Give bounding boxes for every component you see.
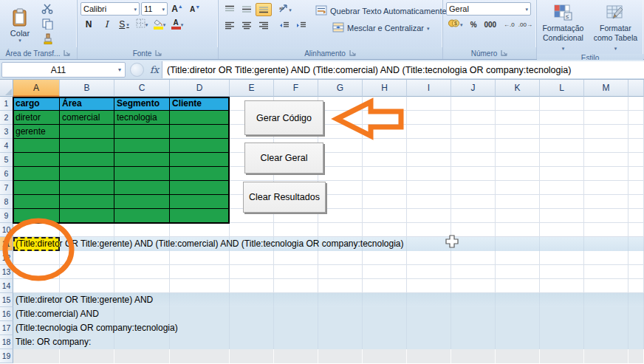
cell-A3[interactable]: gerente: [13, 125, 60, 139]
cell-D12[interactable]: [170, 251, 230, 265]
cell-K19[interactable]: [496, 349, 540, 363]
row-header-11[interactable]: 11: [0, 237, 13, 251]
cell-F15[interactable]: [274, 293, 318, 307]
cut-button[interactable]: [39, 4, 55, 17]
cell-partial-16[interactable]: [628, 307, 644, 321]
paste-button[interactable]: Colar ▾: [3, 2, 37, 47]
cell-G16[interactable]: [318, 307, 363, 321]
cell-J4[interactable]: [451, 139, 496, 153]
cell-C1[interactable]: Segmento: [114, 97, 170, 111]
cell-J15[interactable]: [451, 293, 496, 307]
cell-M7[interactable]: [584, 181, 628, 195]
cell-K10[interactable]: [496, 223, 540, 237]
cell-L6[interactable]: [540, 167, 584, 181]
align-center-button[interactable]: [239, 19, 255, 32]
col-header-E[interactable]: E: [230, 80, 274, 97]
cell-partial-12[interactable]: [628, 251, 644, 265]
cell-L16[interactable]: [540, 307, 584, 321]
cell-partial-13[interactable]: [628, 265, 644, 279]
cell-F10[interactable]: [274, 223, 318, 237]
row-header-14[interactable]: 14: [0, 279, 13, 293]
cell-C15[interactable]: [114, 293, 170, 307]
comma-style-button[interactable]: 000: [482, 18, 499, 31]
cell-E13[interactable]: [230, 265, 274, 279]
cell-M4[interactable]: [584, 139, 628, 153]
cell-D11[interactable]: [170, 237, 230, 251]
cell-L17[interactable]: [540, 321, 584, 335]
cell-D19[interactable]: [170, 349, 230, 363]
cell-L15[interactable]: [540, 293, 584, 307]
cell-K4[interactable]: [496, 139, 540, 153]
cell-G17[interactable]: [318, 321, 363, 335]
cell-F16[interactable]: [274, 307, 318, 321]
cell-B19[interactable]: [60, 349, 114, 363]
cell-A19[interactable]: [13, 349, 60, 363]
formula-input[interactable]: (Title:diretor OR Title:gerente) AND (Ti…: [162, 61, 644, 78]
cell-L14[interactable]: [540, 279, 584, 293]
cell-I18[interactable]: [407, 335, 451, 349]
cell-D10[interactable]: [170, 223, 230, 237]
cell-H5[interactable]: [363, 153, 407, 167]
clipboard-dialog-launcher-icon[interactable]: [64, 49, 71, 57]
copy-button[interactable]: [39, 18, 55, 32]
cell-G19[interactable]: [318, 349, 363, 363]
cell-B5[interactable]: [60, 153, 114, 167]
cell-H12[interactable]: [363, 251, 407, 265]
cell-J11[interactable]: [451, 237, 496, 251]
cell-J9[interactable]: [451, 209, 496, 223]
cell-A17[interactable]: [13, 321, 60, 335]
cell-A4[interactable]: [13, 139, 60, 153]
cell-C8[interactable]: [114, 195, 170, 209]
cell-D13[interactable]: [170, 265, 230, 279]
cell-D18[interactable]: [170, 335, 230, 349]
cell-G13[interactable]: [318, 265, 363, 279]
cell-K8[interactable]: [496, 195, 540, 209]
underline-button[interactable]: S▾: [116, 18, 132, 31]
col-header-G[interactable]: G: [318, 80, 363, 97]
cell-B14[interactable]: [60, 279, 114, 293]
col-header-K[interactable]: K: [496, 80, 540, 97]
cell-M13[interactable]: [584, 265, 628, 279]
cell-A7[interactable]: [13, 181, 60, 195]
cell-M5[interactable]: [584, 153, 628, 167]
cell-C17[interactable]: [114, 321, 170, 335]
cell-J5[interactable]: [451, 153, 496, 167]
cell-C7[interactable]: [114, 181, 170, 195]
cell-K12[interactable]: [496, 251, 540, 265]
font-size-combo[interactable]: 11 ▾: [141, 2, 168, 16]
cell-L12[interactable]: [540, 251, 584, 265]
percent-style-button[interactable]: %: [467, 18, 481, 31]
cell-K6[interactable]: [496, 167, 540, 181]
cell-M9[interactable]: [584, 209, 628, 223]
merge-center-button[interactable]: Mesclar e Centralizar ▾: [315, 21, 448, 35]
cell-H15[interactable]: [363, 293, 407, 307]
cell-C9[interactable]: [114, 209, 170, 223]
align-bottom-button[interactable]: [256, 3, 272, 16]
row-header-13[interactable]: 13: [0, 265, 13, 279]
cell-M11[interactable]: [584, 237, 628, 251]
cell-E14[interactable]: [230, 279, 274, 293]
cell-A16[interactable]: [13, 307, 60, 321]
cell-A2[interactable]: diretor: [13, 111, 60, 125]
cell-C13[interactable]: [114, 265, 170, 279]
format-painter-button[interactable]: [39, 33, 55, 47]
cell-L5[interactable]: [540, 153, 584, 167]
row-header-8[interactable]: 8: [0, 195, 13, 209]
cell-M2[interactable]: [584, 111, 628, 125]
alignment-dialog-launcher-icon[interactable]: [349, 49, 357, 57]
cell-C12[interactable]: [114, 251, 170, 265]
cell-K16[interactable]: [496, 307, 540, 321]
cell-D3[interactable]: [170, 125, 230, 139]
cell-C5[interactable]: [114, 153, 170, 167]
cell-D1[interactable]: Cliente: [170, 97, 230, 111]
cell-J18[interactable]: [451, 335, 496, 349]
cell-G11[interactable]: [318, 237, 363, 251]
cell-B2[interactable]: comercial: [60, 111, 114, 125]
cell-partial-1[interactable]: [628, 97, 644, 111]
cell-D6[interactable]: [170, 167, 230, 181]
cell-A1[interactable]: cargo: [13, 97, 60, 111]
cell-I8[interactable]: [407, 195, 451, 209]
row-header-9[interactable]: 9: [0, 209, 13, 223]
row-header-10[interactable]: 10: [0, 223, 13, 237]
cell-L18[interactable]: [540, 335, 584, 349]
